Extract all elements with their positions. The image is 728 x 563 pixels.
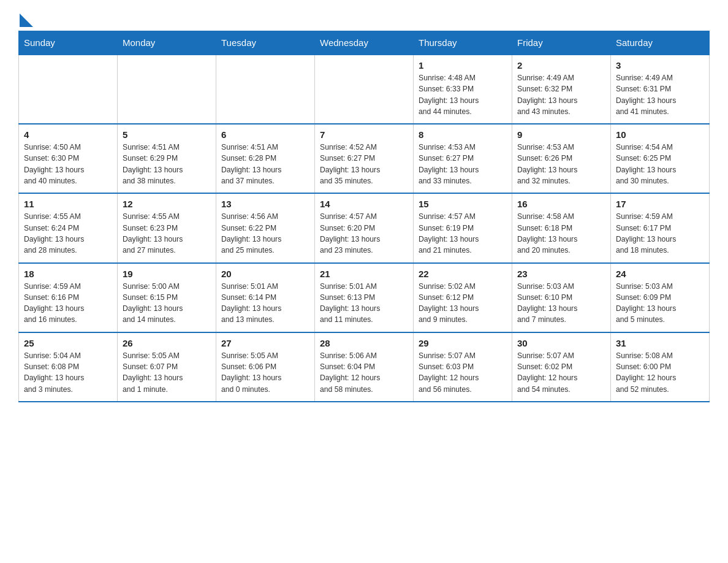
day-number: 18 <box>24 269 112 279</box>
day-info: Sunrise: 5:03 AM Sunset: 6:09 PM Dayligh… <box>616 281 704 326</box>
day-number: 1 <box>419 60 507 71</box>
day-info: Sunrise: 4:50 AM Sunset: 6:30 PM Dayligh… <box>24 142 112 186</box>
calendar-cell <box>118 55 216 124</box>
day-number: 13 <box>221 199 309 209</box>
day-number: 31 <box>616 338 704 348</box>
day-number: 28 <box>320 338 408 348</box>
calendar-cell: 5Sunrise: 4:51 AM Sunset: 6:29 PM Daylig… <box>118 124 216 193</box>
calendar-cell: 14Sunrise: 4:57 AM Sunset: 6:20 PM Dayli… <box>315 193 414 262</box>
calendar-cell: 4Sunrise: 4:50 AM Sunset: 6:30 PM Daylig… <box>19 124 118 193</box>
day-number: 22 <box>419 269 507 279</box>
calendar-cell: 10Sunrise: 4:54 AM Sunset: 6:25 PM Dayli… <box>611 124 710 193</box>
header-day-tuesday: Tuesday <box>216 31 315 55</box>
header-day-friday: Friday <box>512 31 611 55</box>
calendar-week-row: 25Sunrise: 5:04 AM Sunset: 6:08 PM Dayli… <box>19 332 710 402</box>
calendar-week-row: 11Sunrise: 4:55 AM Sunset: 6:24 PM Dayli… <box>19 193 710 262</box>
day-number: 16 <box>517 199 605 209</box>
day-number: 20 <box>221 269 309 279</box>
day-info: Sunrise: 4:55 AM Sunset: 6:23 PM Dayligh… <box>123 211 211 256</box>
day-info: Sunrise: 4:59 AM Sunset: 6:17 PM Dayligh… <box>616 211 704 256</box>
svg-marker-0 <box>20 13 33 27</box>
day-number: 12 <box>123 199 211 209</box>
calendar-cell: 12Sunrise: 4:55 AM Sunset: 6:23 PM Dayli… <box>118 193 216 262</box>
day-info: Sunrise: 5:07 AM Sunset: 6:02 PM Dayligh… <box>517 350 605 395</box>
calendar-cell <box>315 55 414 124</box>
day-info: Sunrise: 4:58 AM Sunset: 6:18 PM Dayligh… <box>517 211 605 256</box>
calendar-cell <box>19 55 118 124</box>
day-info: Sunrise: 4:54 AM Sunset: 6:25 PM Dayligh… <box>616 142 704 186</box>
header-day-wednesday: Wednesday <box>315 31 414 55</box>
day-number: 3 <box>616 60 704 71</box>
calendar-cell: 17Sunrise: 4:59 AM Sunset: 6:17 PM Dayli… <box>611 193 710 262</box>
calendar-cell: 31Sunrise: 5:08 AM Sunset: 6:00 PM Dayli… <box>611 332 710 402</box>
calendar-cell: 19Sunrise: 5:00 AM Sunset: 6:15 PM Dayli… <box>118 263 216 332</box>
day-number: 21 <box>320 269 408 279</box>
day-info: Sunrise: 5:02 AM Sunset: 6:12 PM Dayligh… <box>419 281 507 326</box>
day-number: 24 <box>616 269 704 279</box>
day-info: Sunrise: 5:01 AM Sunset: 6:13 PM Dayligh… <box>320 281 408 326</box>
calendar-week-row: 1Sunrise: 4:48 AM Sunset: 6:33 PM Daylig… <box>19 55 710 124</box>
day-info: Sunrise: 5:03 AM Sunset: 6:10 PM Dayligh… <box>517 281 605 326</box>
calendar-week-row: 4Sunrise: 4:50 AM Sunset: 6:30 PM Daylig… <box>19 124 710 193</box>
day-number: 9 <box>517 129 605 140</box>
calendar-cell: 24Sunrise: 5:03 AM Sunset: 6:09 PM Dayli… <box>611 263 710 332</box>
day-info: Sunrise: 4:56 AM Sunset: 6:22 PM Dayligh… <box>221 211 309 256</box>
day-number: 8 <box>419 129 507 140</box>
day-number: 11 <box>24 199 112 209</box>
day-number: 10 <box>616 129 704 140</box>
day-number: 6 <box>221 129 309 140</box>
day-info: Sunrise: 4:48 AM Sunset: 6:33 PM Dayligh… <box>419 72 507 117</box>
day-number: 2 <box>517 60 605 71</box>
day-number: 25 <box>24 338 112 348</box>
header-day-saturday: Saturday <box>611 31 710 55</box>
calendar-cell: 27Sunrise: 5:05 AM Sunset: 6:06 PM Dayli… <box>216 332 315 402</box>
day-info: Sunrise: 4:57 AM Sunset: 6:20 PM Dayligh… <box>320 211 408 256</box>
calendar-cell: 25Sunrise: 5:04 AM Sunset: 6:08 PM Dayli… <box>19 332 118 402</box>
day-info: Sunrise: 5:01 AM Sunset: 6:14 PM Dayligh… <box>221 281 309 326</box>
day-info: Sunrise: 5:08 AM Sunset: 6:00 PM Dayligh… <box>616 350 704 395</box>
day-number: 23 <box>517 269 605 279</box>
day-info: Sunrise: 4:57 AM Sunset: 6:19 PM Dayligh… <box>419 211 507 256</box>
logo <box>18 12 33 25</box>
calendar-cell: 28Sunrise: 5:06 AM Sunset: 6:04 PM Dayli… <box>315 332 414 402</box>
calendar-cell: 22Sunrise: 5:02 AM Sunset: 6:12 PM Dayli… <box>414 263 512 332</box>
day-number: 4 <box>24 129 112 140</box>
calendar-cell: 11Sunrise: 4:55 AM Sunset: 6:24 PM Dayli… <box>19 193 118 262</box>
calendar-cell: 21Sunrise: 5:01 AM Sunset: 6:13 PM Dayli… <box>315 263 414 332</box>
day-info: Sunrise: 4:59 AM Sunset: 6:16 PM Dayligh… <box>24 281 112 326</box>
day-info: Sunrise: 5:05 AM Sunset: 6:07 PM Dayligh… <box>123 350 211 395</box>
calendar-cell: 13Sunrise: 4:56 AM Sunset: 6:22 PM Dayli… <box>216 193 315 262</box>
header-day-thursday: Thursday <box>414 31 512 55</box>
day-number: 19 <box>123 269 211 279</box>
day-info: Sunrise: 5:00 AM Sunset: 6:15 PM Dayligh… <box>123 281 211 326</box>
calendar-week-row: 18Sunrise: 4:59 AM Sunset: 6:16 PM Dayli… <box>19 263 710 332</box>
day-info: Sunrise: 4:51 AM Sunset: 6:29 PM Dayligh… <box>123 142 211 186</box>
calendar-cell: 20Sunrise: 5:01 AM Sunset: 6:14 PM Dayli… <box>216 263 315 332</box>
day-number: 15 <box>419 199 507 209</box>
calendar-cell: 8Sunrise: 4:53 AM Sunset: 6:27 PM Daylig… <box>414 124 512 193</box>
calendar-cell: 2Sunrise: 4:49 AM Sunset: 6:32 PM Daylig… <box>512 55 611 124</box>
day-info: Sunrise: 4:55 AM Sunset: 6:24 PM Dayligh… <box>24 211 112 256</box>
calendar-cell: 18Sunrise: 4:59 AM Sunset: 6:16 PM Dayli… <box>19 263 118 332</box>
day-info: Sunrise: 4:53 AM Sunset: 6:27 PM Dayligh… <box>419 142 507 186</box>
calendar-cell: 29Sunrise: 5:07 AM Sunset: 6:03 PM Dayli… <box>414 332 512 402</box>
day-info: Sunrise: 5:04 AM Sunset: 6:08 PM Dayligh… <box>24 350 112 395</box>
day-number: 17 <box>616 199 704 209</box>
calendar-cell: 6Sunrise: 4:51 AM Sunset: 6:28 PM Daylig… <box>216 124 315 193</box>
calendar-cell: 9Sunrise: 4:53 AM Sunset: 6:26 PM Daylig… <box>512 124 611 193</box>
day-info: Sunrise: 5:07 AM Sunset: 6:03 PM Dayligh… <box>419 350 507 395</box>
calendar-cell: 3Sunrise: 4:49 AM Sunset: 6:31 PM Daylig… <box>611 55 710 124</box>
day-number: 27 <box>221 338 309 348</box>
day-number: 7 <box>320 129 408 140</box>
calendar-cell: 16Sunrise: 4:58 AM Sunset: 6:18 PM Dayli… <box>512 193 611 262</box>
calendar-cell: 1Sunrise: 4:48 AM Sunset: 6:33 PM Daylig… <box>414 55 512 124</box>
calendar-cell: 7Sunrise: 4:52 AM Sunset: 6:27 PM Daylig… <box>315 124 414 193</box>
day-number: 29 <box>419 338 507 348</box>
day-info: Sunrise: 4:49 AM Sunset: 6:31 PM Dayligh… <box>616 72 704 117</box>
day-info: Sunrise: 4:51 AM Sunset: 6:28 PM Dayligh… <box>221 142 309 186</box>
header-day-sunday: Sunday <box>19 31 118 55</box>
page-header <box>18 12 710 25</box>
day-number: 30 <box>517 338 605 348</box>
calendar-cell <box>216 55 315 124</box>
day-info: Sunrise: 4:52 AM Sunset: 6:27 PM Dayligh… <box>320 142 408 186</box>
